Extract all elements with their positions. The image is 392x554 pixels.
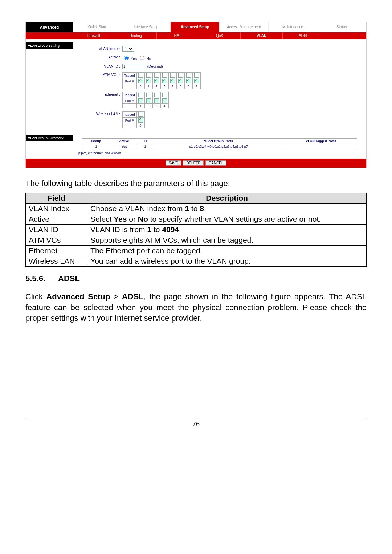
section-heading: 5.5.6.ADSL: [25, 274, 367, 283]
tab-interface-setup[interactable]: Interface Setup: [122, 22, 171, 32]
atm-port-1[interactable]: [146, 79, 151, 83]
table-row: Active Select Yes or No to specify wheth…: [26, 214, 367, 225]
wlan-port-0[interactable]: [138, 118, 143, 123]
eth-tagged-1[interactable]: [138, 93, 143, 97]
subtab-vlan[interactable]: VLAN: [241, 32, 283, 39]
wlan-port-table: Tagged Port # 0: [122, 111, 145, 128]
eth-tagged-2[interactable]: [146, 93, 151, 97]
atm-tagged-7[interactable]: [194, 73, 199, 78]
cancel-button[interactable]: CANCEL: [205, 160, 227, 166]
section-header-vlan-setting: VLAN Group Setting: [26, 42, 73, 49]
atm-port-table: Tagged Port #: [122, 72, 201, 89]
vlan-index-label: VLAN Index :: [80, 46, 122, 51]
tab-access-management[interactable]: Access Management: [220, 22, 269, 32]
eth-port-3[interactable]: [154, 98, 159, 103]
tab-maintenance[interactable]: Maintenance: [269, 22, 318, 32]
eth-port-table: Tagged Port # 1: [122, 92, 169, 108]
atm-port-5[interactable]: [178, 79, 183, 83]
eth-tagged-3[interactable]: [154, 93, 159, 97]
eth-port-1[interactable]: [138, 98, 143, 103]
decimal-hint: (Decimal): [147, 65, 163, 69]
summary-table: Group Active ID VLAN Group Ports VLAN Ta…: [82, 138, 357, 149]
intro-text: The following table describes the parame…: [25, 179, 367, 188]
vlan-group-summary-section: VLAN Group Summary Group Active ID VLAN …: [26, 135, 366, 159]
vlan-group-setting-section: VLAN Group Setting VLAN Index : 1 Active…: [26, 42, 366, 135]
vlan-id-input[interactable]: [122, 64, 146, 69]
atm-vcs-label: ATM VCs :: [80, 72, 122, 77]
ethernet-label: Ethernet :: [80, 92, 122, 97]
eth-port-4[interactable]: [162, 98, 167, 103]
table-row: ATM VCs Supports eights ATM VCs, which c…: [26, 235, 367, 246]
legend-text: p:pvc, e:ethernet, and w:wlan: [78, 151, 364, 155]
table-row: 1 Yes 1 e1,e2,e3,e4,w0,p0,p1,p2,p3,p4,p5…: [82, 144, 357, 149]
atm-tagged-5[interactable]: [178, 73, 183, 78]
table-row: Wireless LAN You can add a wireless port…: [26, 256, 367, 267]
table-row: VLAN Index Choose a VLAN index from 1 to…: [26, 204, 367, 214]
wlan-label: Wireless LAN :: [80, 111, 122, 116]
atm-tagged-6[interactable]: [186, 73, 191, 78]
atm-tagged-0[interactable]: [138, 73, 143, 78]
atm-port-7[interactable]: [194, 79, 199, 83]
atm-port-2[interactable]: [154, 79, 159, 83]
active-label: Active :: [80, 54, 122, 59]
subtab-adsl[interactable]: ADSL: [283, 32, 325, 39]
atm-tagged-4[interactable]: [170, 73, 175, 78]
tab-status[interactable]: Status: [317, 22, 366, 32]
subtab-routing[interactable]: Routing: [115, 32, 157, 39]
atm-tagged-1[interactable]: [146, 73, 151, 78]
subtab-nat[interactable]: NAT: [157, 32, 199, 39]
section-header-vlan-summary: VLAN Group Summary: [26, 135, 73, 141]
atm-port-6[interactable]: [186, 79, 191, 83]
atm-port-3[interactable]: [162, 79, 167, 83]
col-field: Field: [26, 193, 87, 204]
save-button[interactable]: SAVE: [166, 160, 181, 166]
vlan-id-label: VLAN ID :: [80, 64, 122, 69]
atm-port-0[interactable]: [138, 79, 143, 83]
router-config-screenshot: Advanced Quick Start Interface Setup Adv…: [25, 22, 367, 168]
atm-tagged-3[interactable]: [162, 73, 167, 78]
tab-advanced-setup[interactable]: Advanced Setup: [171, 22, 220, 32]
side-label: Advanced: [26, 22, 73, 32]
eth-tagged-4[interactable]: [162, 93, 167, 97]
subtab-firewall[interactable]: Firewall: [73, 32, 115, 39]
table-row: Ethernet The Ethernet port can be tagged…: [26, 246, 367, 256]
active-yes-radio[interactable]: [124, 56, 129, 60]
delete-button[interactable]: DELETE: [183, 160, 204, 166]
table-row: VLAN ID VLAN ID is from 1 to 4094.: [26, 225, 367, 235]
atm-tagged-2[interactable]: [154, 73, 159, 78]
atm-port-4[interactable]: [170, 79, 175, 83]
col-description: Description: [87, 193, 367, 204]
tab-quick-start[interactable]: Quick Start: [73, 22, 122, 32]
eth-port-2[interactable]: [146, 98, 151, 103]
subtab-qos[interactable]: QoS: [199, 32, 241, 39]
main-tabs-row: Advanced Quick Start Interface Setup Adv…: [26, 22, 366, 32]
vlan-index-select[interactable]: 1: [122, 46, 134, 52]
wlan-tagged-0[interactable]: [138, 112, 143, 117]
sub-tabs-row: Firewall Routing NAT QoS VLAN ADSL: [26, 32, 366, 39]
active-no-radio[interactable]: [140, 56, 144, 60]
body-paragraph: Click Advanced Setup > ADSL, the page sh…: [25, 291, 367, 324]
parameters-table: Field Description VLAN Index Choose a VL…: [25, 193, 367, 267]
page-number: 76: [25, 418, 367, 428]
button-bar: SAVE DELETE CANCEL: [26, 159, 366, 168]
